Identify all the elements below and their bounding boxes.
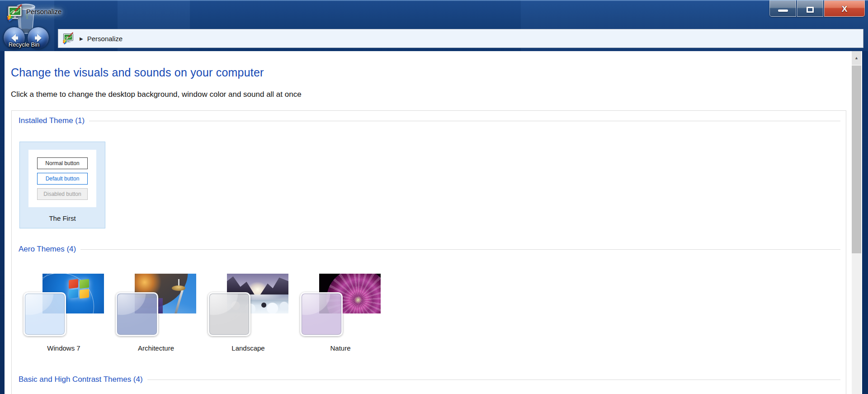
theme-item-the-first[interactable]: Normal button Default button Disabled bu… (19, 142, 105, 228)
section-header-aero: Aero Themes (4) (19, 245, 840, 254)
preview-disabled-button: Disabled button (37, 188, 88, 200)
glass-pane-overlay (300, 292, 343, 336)
section-header-installed: Installed Theme (1) (19, 116, 840, 125)
glass-pane-overlay (116, 292, 158, 336)
breadcrumb-item-personalize[interactable]: Personalize (87, 35, 123, 43)
section-title: Basic and High Contrast Themes (4) (19, 375, 143, 384)
app-icon-personalize[interactable] (6, 4, 24, 22)
theme-art (24, 274, 104, 336)
theme-art (116, 274, 196, 336)
section-rule (147, 380, 840, 380)
section-header-basic: Basic and High Contrast Themes (4) (19, 375, 840, 384)
preview-default-button: Default button (37, 173, 88, 185)
breadcrumb-arrow-icon: ▶ (80, 36, 83, 41)
address-bar[interactable]: ▶ Personalize (58, 29, 863, 48)
theme-item-architecture[interactable]: Architecture (116, 274, 196, 352)
aero-themes-row: Windows 7 Architecture (24, 274, 381, 352)
page-title: Change the visuals and sounds on your co… (11, 66, 264, 79)
section-rule (80, 249, 840, 250)
theme-name: Architecture (116, 344, 196, 352)
theme-preview: Normal button Default button Disabled bu… (28, 150, 96, 207)
section-rule (89, 121, 840, 121)
theme-name: Landscape (208, 344, 288, 352)
personalize-window: Personalize X Recycle Bin (0, 0, 868, 394)
minimize-icon (778, 9, 788, 12)
theme-name: The First (20, 214, 105, 222)
minimize-button[interactable] (769, 0, 796, 17)
scrollbar-thumb[interactable] (852, 66, 861, 253)
scrollbar-up-button[interactable]: ▲ (852, 51, 861, 65)
theme-name: Windows 7 (24, 344, 104, 352)
theme-item-nature[interactable]: Nature (300, 274, 381, 352)
theme-name: Nature (300, 344, 381, 352)
caption-button-group: X (769, 0, 865, 17)
content-area: Change the visuals and sounds on your co… (5, 51, 862, 394)
preview-normal-button: Normal button (37, 157, 88, 169)
maximize-icon (807, 7, 814, 13)
page-subtitle: Click a theme to change the desktop back… (11, 90, 302, 99)
maximize-button[interactable] (797, 0, 823, 17)
recycle-bin-label[interactable]: Recycle Bin (0, 41, 48, 48)
scroll-up-icon: ▲ (854, 56, 859, 60)
glass-pane-overlay (24, 292, 66, 336)
breadcrumb-location-icon (61, 32, 75, 45)
section-title: Installed Theme (1) (19, 116, 85, 125)
section-title: Aero Themes (4) (19, 245, 76, 254)
themes-list: Installed Theme (1) Normal button Defaul… (11, 110, 846, 394)
theme-art (300, 274, 381, 336)
close-icon: X (842, 4, 848, 14)
theme-item-landscape[interactable]: Landscape (208, 274, 288, 352)
glass-pane-overlay (208, 292, 250, 336)
window-title: Personalize (26, 8, 61, 15)
theme-art (208, 274, 288, 336)
close-button[interactable]: X (824, 0, 865, 17)
theme-item-windows7[interactable]: Windows 7 (24, 274, 104, 352)
vertical-scrollbar[interactable]: ▲ (852, 51, 861, 394)
windows-flag-icon (69, 280, 90, 299)
